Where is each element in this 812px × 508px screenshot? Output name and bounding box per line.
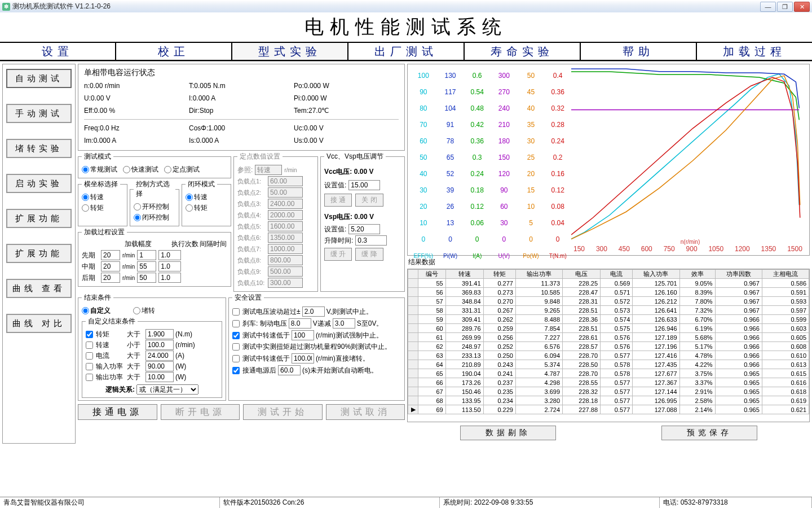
ctrl-0[interactable] — [134, 203, 141, 211]
slow-up-button: 缓 升 — [324, 248, 352, 261]
loop-0[interactable] — [186, 194, 193, 201]
fp-7 — [268, 255, 303, 265]
table-row[interactable]: 61269.990.2567.227228.610.576127.1895.68… — [408, 333, 809, 342]
testmode-0[interactable] — [82, 166, 89, 173]
lp-c-1[interactable] — [137, 261, 156, 271]
fp-1 — [268, 187, 303, 198]
ctrl-mode-group: 控制方式选择开环控制闭环控制 — [130, 179, 179, 226]
lp-t-1[interactable] — [158, 261, 181, 271]
app-banner: 电机性能测试系统 — [0, 12, 812, 43]
rise-time-input[interactable] — [355, 235, 387, 246]
lp-a-2[interactable] — [101, 273, 120, 283]
table-row[interactable]: 68133.950.2343.280228.180.577126.9952.58… — [408, 396, 809, 405]
xsel-0[interactable] — [82, 194, 89, 201]
ec-v-0[interactable] — [145, 329, 174, 339]
side-button-3[interactable]: 启动实验 — [6, 174, 72, 193]
end-stall-radio[interactable] — [133, 307, 140, 314]
preview-save-button[interactable]: 预览保存 — [661, 426, 757, 440]
safe-chk-2[interactable] — [232, 320, 240, 327]
table-row[interactable]: 67150.460.2353.699228.320.577127.1442.91… — [408, 387, 809, 396]
power-on-button[interactable]: 接通电源 — [78, 404, 157, 420]
end-custom-radio[interactable] — [82, 307, 89, 314]
minimize-button[interactable]: — — [760, 2, 776, 12]
tab-6[interactable]: 加载过程 — [697, 43, 812, 60]
fp-5 — [268, 233, 303, 243]
tab-5[interactable]: 帮助 — [581, 43, 697, 60]
tab-0[interactable]: 设置 — [0, 43, 116, 60]
table-row[interactable]: 62248.970.2526.576228.570.576127.1965.17… — [408, 342, 809, 351]
tab-2[interactable]: 型式实验 — [232, 43, 348, 60]
results-table-wrap[interactable]: 编号转速转矩输出功率电压电流输入功率效率功率因数主相电流55391.410.27… — [407, 269, 810, 422]
lp-t-2[interactable] — [158, 273, 181, 283]
vcc-vsp-group: Vcc、Vsp电压调节 Vcc电压: 0.00 V 设置值: 接 通关 闭 Vs… — [320, 152, 405, 292]
table-row[interactable]: 63233.130.2506.094228.700.577127.4164.78… — [408, 351, 809, 360]
table-row[interactable]: 57348.840.2709.848228.310.572126.2127.80… — [408, 297, 809, 306]
status-panel: 单相带电容运行状态 n:0.00 r/minT:0.005 N.mPo:0.00… — [78, 64, 405, 151]
fixed-point-group: 定点数值设置 参照:r/min 负载点1:负载点2:负载点3:负载点4:负载点5… — [233, 152, 318, 292]
app-icon: ✽ — [2, 3, 10, 11]
testmode-1[interactable] — [123, 166, 130, 173]
end-condition-group: 结束条件 自定义 堵转 自定义结束条件转矩大于(N.m)转速小于(r/min)电… — [78, 293, 226, 401]
table-row[interactable]: 55391.410.27711.373228.250.569125.7019.0… — [408, 279, 809, 288]
side-button-7[interactable]: 曲线 对比 — [6, 314, 72, 333]
vsp-set-input[interactable] — [348, 224, 380, 234]
fp-4 — [268, 221, 303, 231]
fp-3 — [268, 210, 303, 220]
lp-c-0[interactable] — [137, 250, 156, 260]
ec-v-3[interactable] — [145, 361, 174, 371]
lp-a-1[interactable] — [101, 261, 120, 271]
ec-chk-0[interactable] — [86, 331, 93, 338]
table-row[interactable]: 65190.040.2414.787228.700.578127.6773.75… — [408, 369, 809, 378]
table-row[interactable]: 60289.760.2597.854228.510.575126.9466.19… — [408, 324, 809, 333]
window-title: 测功机系统测试软件 V1.2.1-0-26 — [12, 2, 760, 11]
ec-v-2[interactable] — [145, 351, 174, 361]
xsel-1[interactable] — [82, 204, 89, 212]
ec-chk-3[interactable] — [86, 363, 93, 370]
vcc-set-input[interactable] — [348, 180, 380, 190]
tab-3[interactable]: 出厂测试 — [348, 43, 465, 60]
tab-1[interactable]: 校正 — [116, 43, 232, 60]
ctrl-1[interactable] — [134, 214, 141, 221]
lp-t-0[interactable] — [158, 250, 181, 260]
lp-c-2[interactable] — [137, 273, 156, 283]
safe-chk-1[interactable] — [232, 308, 240, 316]
results-table: 编号转速转矩输出功率电压电流输入功率效率功率因数主相电流55391.410.27… — [408, 269, 809, 414]
table-row[interactable]: 64210.890.2435.374228.500.578127.4354.22… — [408, 360, 809, 369]
side-button-5[interactable]: 扩展功能 — [6, 244, 72, 263]
chart-area: 1009080706050403020100EFF(%)130117104917… — [407, 64, 810, 256]
loop-1[interactable] — [186, 204, 193, 212]
safe-chk-3[interactable] — [232, 332, 240, 339]
ec-v-4[interactable] — [145, 372, 174, 382]
fp-6 — [268, 244, 303, 254]
table-row[interactable]: 56369.830.27310.585228.470.571126.1608.3… — [408, 288, 809, 297]
side-button-2[interactable]: 堵转实验 — [6, 139, 72, 158]
ec-chk-2[interactable] — [86, 352, 93, 360]
side-button-4[interactable]: 扩展功能 — [6, 209, 72, 228]
titlebar: ✽ 测功机系统测试软件 V1.2.1-0-26 — ❐ ✕ — [0, 0, 812, 12]
ec-chk-1[interactable] — [86, 341, 93, 349]
close-button[interactable]: ✕ — [794, 2, 810, 12]
vcc-on-button: 接 通 — [324, 194, 352, 207]
ec-v-1[interactable] — [145, 340, 174, 350]
safe-chk-6[interactable] — [232, 367, 240, 374]
fp-0 — [268, 176, 303, 186]
safe-chk-4[interactable] — [232, 343, 240, 351]
slow-down-button: 缓 降 — [355, 248, 383, 261]
logic-select[interactable]: 或（满足其一） — [136, 384, 198, 395]
x-axis-group: 横坐标选择转速转矩 — [78, 179, 127, 226]
side-button-0[interactable]: 自动测试 — [6, 69, 72, 88]
tab-4[interactable]: 寿命实验 — [465, 43, 581, 60]
side-button-1[interactable]: 手动测试 — [6, 104, 72, 123]
table-row[interactable]: 59309.410.2628.488228.360.574126.6336.70… — [408, 315, 809, 324]
data-delete-button[interactable]: 数据剔除 — [460, 426, 556, 440]
side-button-6[interactable]: 曲线 查看 — [6, 279, 72, 298]
test-cancel-button: 测试取消 — [326, 404, 405, 420]
lp-a-0[interactable] — [101, 250, 120, 260]
ec-chk-4[interactable] — [86, 374, 93, 381]
table-row[interactable]: ▶69113.500.2292.724227.880.577127.0882.1… — [408, 405, 809, 414]
table-row[interactable]: 58331.310.2679.265228.510.573126.6417.32… — [408, 306, 809, 315]
safe-chk-5[interactable] — [232, 355, 240, 362]
testmode-2[interactable] — [164, 166, 171, 173]
maximize-button[interactable]: ❐ — [777, 2, 793, 12]
table-row[interactable]: 66173.260.2374.298228.550.577127.3673.37… — [408, 378, 809, 387]
